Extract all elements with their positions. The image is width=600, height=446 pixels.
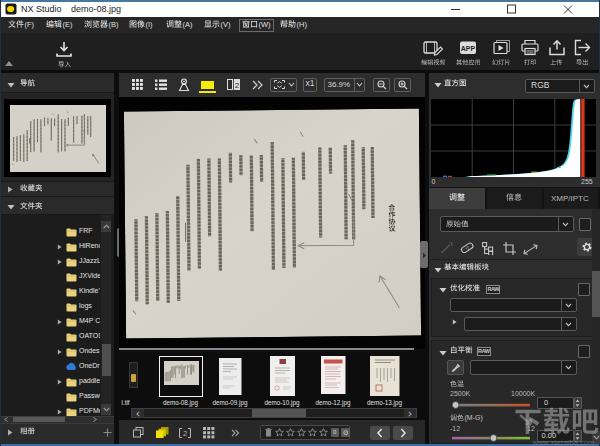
svg-text:2: 2	[235, 81, 240, 90]
svg-text:APP: APP	[461, 45, 476, 52]
svg-text:2: 2	[183, 428, 187, 437]
